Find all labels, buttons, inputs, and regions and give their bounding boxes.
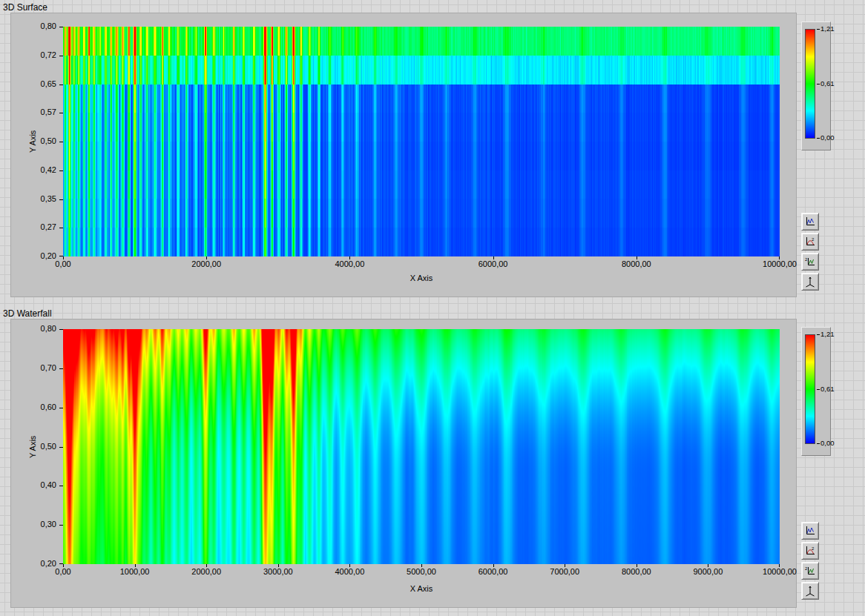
y-tick-label: 0,57 <box>24 107 56 116</box>
color-scale-min-label: 0,00 <box>820 439 835 447</box>
y-squared-projection-icon: 2 <box>804 565 816 577</box>
y-tick-label: 0,27 <box>24 222 56 231</box>
color-scale-tick <box>817 334 820 335</box>
x-tick-label: 10000,00 <box>754 567 806 576</box>
y-tick-mark <box>59 56 63 56</box>
x-squared-projection-icon: 2 <box>804 236 816 248</box>
y-tick-label: 0,80 <box>24 21 56 30</box>
x-tick-mark <box>349 564 350 567</box>
surface-color-gradient-bar <box>805 29 815 139</box>
x-tick-mark <box>779 564 780 567</box>
surface-color-scale: 1,21 0,61 0,00 <box>801 21 831 150</box>
waterfall-3d-graph: X Axis Y Axis 0,800,700,600,500,400,300,… <box>10 319 797 608</box>
y-tick-label: 0,70 <box>24 363 56 372</box>
svg-text:2: 2 <box>812 237 815 242</box>
x-tick-mark <box>206 564 207 567</box>
x-tick-mark <box>708 564 708 567</box>
surface-view-toolbar: 2 2 <box>801 213 820 293</box>
waterfall-view-toolbar: 2 2 <box>801 522 820 602</box>
svg-text:2: 2 <box>805 257 808 262</box>
x-tick-mark <box>63 564 64 567</box>
y-tick-label: 0,72 <box>24 50 56 59</box>
x-tick-label: 10000,00 <box>754 259 806 268</box>
waterfall-color-scale: 1,21 0,61 0,00 <box>801 327 831 456</box>
x-tick-label: 7000,00 <box>539 567 591 576</box>
x-tick-label: 9000,00 <box>682 567 734 576</box>
y-squared-projection-icon: 2 <box>804 256 816 268</box>
x-tick-label: 2000,00 <box>180 567 232 576</box>
y-tick-mark <box>59 199 63 200</box>
surface-3d-view-button[interactable] <box>801 273 819 291</box>
x-tick-label: 2000,00 <box>180 259 232 268</box>
plot-projection-icon <box>804 216 816 228</box>
surface-3d-graph: X Axis Y Axis 0,800,720,650,570,500,420,… <box>10 13 797 297</box>
y-tick-label: 0,65 <box>24 79 56 88</box>
color-scale-max-label: 1,21 <box>820 330 835 338</box>
surface-plot-projection-button[interactable] <box>801 213 819 231</box>
surface-y-squared-projection-button[interactable]: 2 <box>801 253 819 271</box>
y-tick-label: 0,35 <box>24 194 56 203</box>
svg-text:2: 2 <box>805 566 808 571</box>
y-tick-mark <box>59 85 63 85</box>
y-tick-mark <box>59 486 63 486</box>
y-tick-label: 0,50 <box>24 136 56 145</box>
x-tick-label: 8000,00 <box>611 567 662 576</box>
surface-panel-title: 3D Surface <box>3 2 47 13</box>
x-tick-label: 1000,00 <box>109 567 161 576</box>
y-tick-mark <box>59 525 63 526</box>
y-tick-mark <box>59 447 63 448</box>
surface-x-squared-projection-button[interactable]: 2 <box>801 233 819 251</box>
y-tick-mark <box>59 329 63 330</box>
y-tick-mark <box>59 228 63 228</box>
plot-projection-icon <box>804 525 816 537</box>
y-tick-mark <box>59 408 63 408</box>
x-squared-projection-icon: 2 <box>804 545 816 557</box>
x-tick-label: 5000,00 <box>395 567 447 576</box>
waterfall-color-gradient-bar <box>805 334 815 444</box>
x-tick-mark <box>493 256 494 259</box>
3d-axes-icon <box>804 276 816 288</box>
y-tick-mark <box>59 142 63 142</box>
y-tick-label: 0,80 <box>24 324 56 333</box>
x-tick-mark <box>779 256 780 259</box>
x-tick-label: 4000,00 <box>323 567 375 576</box>
x-tick-label: 0,00 <box>37 567 89 576</box>
x-tick-label: 0,00 <box>37 259 89 268</box>
x-tick-label: 6000,00 <box>467 259 519 268</box>
waterfall-3d-view-button[interactable] <box>801 582 819 600</box>
x-tick-mark <box>135 564 136 567</box>
svg-text:2: 2 <box>812 546 815 551</box>
waterfall-x-axis-title: X Axis <box>63 584 780 593</box>
color-scale-tick <box>817 84 820 85</box>
x-tick-mark <box>278 564 279 567</box>
y-tick-label: 0,60 <box>24 403 56 411</box>
x-tick-label: 8000,00 <box>611 259 662 268</box>
x-tick-mark <box>421 564 422 567</box>
y-tick-label: 0,50 <box>24 442 56 451</box>
color-scale-tick <box>817 389 820 390</box>
y-tick-label: 0,30 <box>24 520 56 529</box>
y-tick-mark <box>59 170 63 171</box>
x-tick-mark <box>349 256 350 259</box>
3d-axes-icon <box>804 585 816 597</box>
x-tick-mark <box>63 256 64 259</box>
waterfall-y-squared-projection-button[interactable]: 2 <box>801 562 819 580</box>
y-tick-label: 0,40 <box>24 480 56 489</box>
color-scale-mid-label: 0,61 <box>820 385 835 393</box>
surface-x-axis-title: X Axis <box>63 274 780 282</box>
waterfall-plot-canvas[interactable] <box>63 329 780 564</box>
x-tick-label: 6000,00 <box>467 567 519 576</box>
waterfall-x-squared-projection-button[interactable]: 2 <box>801 542 819 560</box>
x-tick-label: 4000,00 <box>323 259 375 268</box>
waterfall-plot-projection-button[interactable] <box>801 522 819 540</box>
labview-front-panel: 3D Surface X Axis Y Axis 0,800,720,650,5… <box>0 0 865 616</box>
x-tick-mark <box>565 564 565 567</box>
y-tick-mark <box>59 113 63 113</box>
x-tick-mark <box>637 256 637 259</box>
x-tick-mark <box>206 256 207 259</box>
surface-plot-canvas[interactable] <box>63 27 780 256</box>
y-tick-mark <box>59 27 63 27</box>
color-scale-max-label: 1,21 <box>820 24 835 33</box>
color-scale-tick <box>817 138 820 139</box>
color-scale-mid-label: 0,61 <box>820 79 835 87</box>
